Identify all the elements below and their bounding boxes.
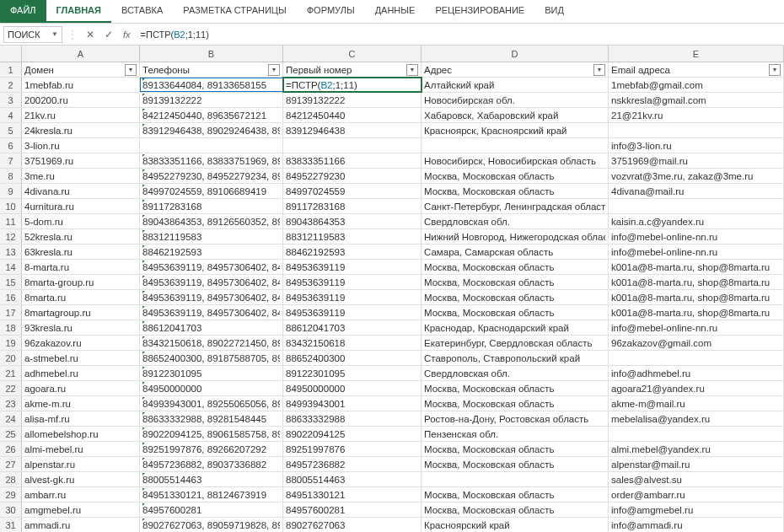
cell[interactable]: Ростов-на-Дону, Ростовская область xyxy=(422,411,609,426)
row-header[interactable]: 3 xyxy=(0,93,22,107)
cell[interactable]: akme-m@mail.ru xyxy=(609,396,784,411)
cell[interactable]: 21kv.ru xyxy=(22,108,140,122)
cell[interactable] xyxy=(609,427,784,441)
cell[interactable]: 88652400300, 89187588705, 89628652400300 xyxy=(140,351,283,365)
col-header-E[interactable]: E xyxy=(609,46,784,62)
tab-view[interactable]: ВИД xyxy=(534,0,574,23)
cell[interactable]: Москва, Московская область xyxy=(422,305,609,320)
tab-formulas[interactable]: ФОРМУЛЫ xyxy=(297,0,365,23)
col-header-B[interactable]: B xyxy=(140,46,283,62)
cell[interactable]: 88612041703 xyxy=(283,320,422,335)
active-cell[interactable]: =ПСТР(B2;1;11) xyxy=(283,78,422,92)
cell[interactable]: vozvrat@3me.ru, zakaz@3me.ru xyxy=(609,169,784,183)
cell[interactable]: info@mebel-online-nn.ru xyxy=(609,320,784,335)
cell[interactable]: 4urnitura.ru xyxy=(22,199,140,213)
row-header[interactable]: 21 xyxy=(0,366,22,380)
cell[interactable]: 84951330121, 88124673919 xyxy=(140,487,283,502)
row-header[interactable]: 27 xyxy=(0,457,22,471)
row-header[interactable]: 5 xyxy=(0,123,22,137)
cell[interactable] xyxy=(609,199,784,213)
cell[interactable]: Ставрополь, Ставропольский край xyxy=(422,351,609,365)
cell[interactable]: agoara21@yandex.ru xyxy=(609,381,784,395)
cell[interactable]: 89122301095 xyxy=(140,366,283,380)
cell[interactable]: Новосибирск, Новосибирская область xyxy=(422,153,609,168)
cell[interactable]: 84212450440 xyxy=(283,108,422,122)
tab-file[interactable]: ФАЙЛ xyxy=(0,0,46,23)
cell[interactable]: 84957600281 xyxy=(140,502,283,517)
cell[interactable]: 88312119583 xyxy=(140,229,283,244)
row-header[interactable]: 19 xyxy=(0,336,22,350)
cell[interactable]: alpenstar.ru xyxy=(22,457,140,471)
cell[interactable]: 84997024559 xyxy=(283,184,422,198)
header-cell-email[interactable]: Email адреса ▼ xyxy=(609,62,784,77)
row-header[interactable]: 26 xyxy=(0,442,22,456)
cell[interactable]: 88005514463 xyxy=(140,472,283,486)
cell[interactable]: 84953639119 xyxy=(283,290,422,304)
cell[interactable]: 84953639119, 84957306402, 84954953639119 xyxy=(140,290,283,304)
cell[interactable]: 84951330121 xyxy=(283,487,422,502)
cell[interactable]: almi-mebel.ru xyxy=(22,442,140,456)
cell[interactable]: 84957600281 xyxy=(283,502,422,517)
row-header[interactable]: 22 xyxy=(0,381,22,395)
cell[interactable] xyxy=(283,138,422,153)
filter-icon[interactable]: ▼ xyxy=(593,64,605,76)
row-header[interactable]: 20 xyxy=(0,351,22,365)
cell[interactable]: 84953639119, 84957306402, 84954953639119 xyxy=(140,305,283,320)
cell[interactable]: 83912946438 xyxy=(283,123,422,137)
cell[interactable]: 88462192593 xyxy=(140,245,283,259)
cell[interactable]: info@adhmebel.ru xyxy=(609,366,784,380)
cell[interactable]: 8martagroup.ru xyxy=(22,305,140,320)
cell[interactable]: Самара, Самарская область xyxy=(422,245,609,259)
cell[interactable]: 24kresla.ru xyxy=(22,123,140,137)
cell[interactable]: 84953639119 xyxy=(283,275,422,289)
cell[interactable]: kaisin.a.c@yandex.ru xyxy=(609,214,784,228)
cell[interactable]: 88633332988, 89281548445 xyxy=(140,411,283,426)
cell[interactable]: adhmebel.ru xyxy=(22,366,140,380)
cell[interactable]: 84953639119 xyxy=(283,260,422,274)
cell[interactable]: agoara.ru xyxy=(22,381,140,395)
cell[interactable]: 84953639119, 84957306402, 84954953639119 xyxy=(140,275,283,289)
cell[interactable] xyxy=(140,138,283,153)
cell[interactable]: Москва, Московская область xyxy=(422,502,609,517)
cell[interactable]: 89043864353, 89126560352, 89999043864353 xyxy=(140,214,283,228)
cell[interactable]: 84993943001, 89255065056, 89264993943001 xyxy=(140,396,283,411)
cell[interactable]: Москва, Московская область xyxy=(422,169,609,183)
cell[interactable]: 89027627063, 89059719828, 89130301019, 8… xyxy=(140,518,283,532)
cell[interactable]: 1mebfab.ru xyxy=(22,78,140,92)
cell[interactable]: 89117283168 xyxy=(283,199,422,213)
cell[interactable]: 89133644084, 89133658155 xyxy=(140,78,283,92)
col-header-C[interactable]: C xyxy=(283,46,422,62)
cell[interactable]: 89139132222 xyxy=(283,93,422,107)
cell[interactable]: 96zakazov@gmail.com xyxy=(609,336,784,350)
cell[interactable]: 83432150618, 89022721450, 89533432150618 xyxy=(140,336,283,350)
cell[interactable]: Красноярск, Красноярский край xyxy=(422,123,609,137)
cell[interactable]: Москва, Московская область xyxy=(422,184,609,198)
cell[interactable]: 89043864353 xyxy=(283,214,422,228)
cell[interactable]: k001a@8-marta.ru, shop@8marta.ru xyxy=(609,305,784,320)
tab-home[interactable]: ГЛАВНАЯ xyxy=(46,0,111,23)
row-header[interactable]: 7 xyxy=(0,153,22,168)
cell[interactable]: 3-lion.ru xyxy=(22,138,140,153)
cell[interactable]: 83833351166 xyxy=(283,153,422,168)
row-header[interactable]: 30 xyxy=(0,502,22,517)
cell[interactable]: nskkresla@gmail.com xyxy=(609,93,784,107)
cell[interactable]: 5-dom.ru xyxy=(22,214,140,228)
row-header[interactable]: 28 xyxy=(0,472,22,486)
cell[interactable]: a-stmebel.ru xyxy=(22,351,140,365)
cell[interactable]: alpenstar@mail.ru xyxy=(609,457,784,471)
filter-icon[interactable]: ▼ xyxy=(406,64,418,76)
cell[interactable]: 84950000000 xyxy=(140,381,283,395)
header-cell-address[interactable]: Адрес ▼ xyxy=(422,62,609,77)
formula-input[interactable]: =ПСТР(B2;1;11) xyxy=(137,28,781,41)
cell[interactable]: 83912946438, 89029246438, 89509246438 xyxy=(140,123,283,137)
row-header[interactable]: 13 xyxy=(0,245,22,259)
cell[interactable]: 84957236882 xyxy=(283,457,422,471)
row-header[interactable]: 12 xyxy=(0,229,22,244)
cell[interactable]: 89117283168 xyxy=(140,199,283,213)
cell[interactable]: 8-marta.ru xyxy=(22,260,140,274)
cell[interactable]: Москва, Московская область xyxy=(422,442,609,456)
cell[interactable]: 4divana.ru xyxy=(22,184,140,198)
cell[interactable]: info@ammadi.ru xyxy=(609,518,784,532)
row-header-1[interactable]: 1 xyxy=(0,62,22,77)
row-header[interactable]: 8 xyxy=(0,169,22,183)
